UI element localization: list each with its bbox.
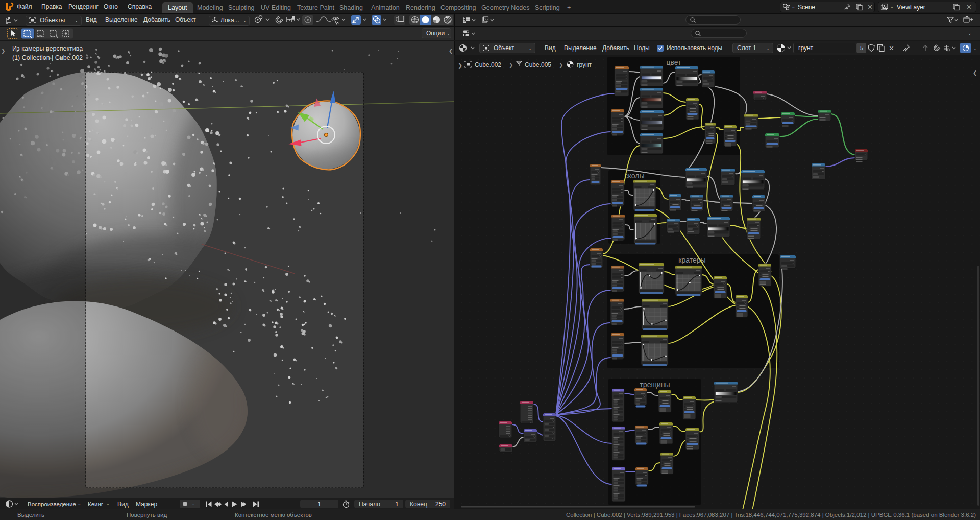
svg-text:❯: ❯ xyxy=(509,62,513,68)
svg-text:(1) Collection | Cube.002: (1) Collection | Cube.002 xyxy=(12,54,83,61)
svg-text:грунт: грунт xyxy=(577,61,592,68)
svg-text:трещины: трещины xyxy=(640,381,670,389)
svg-text:❯: ❯ xyxy=(1,48,5,54)
svg-text:❮: ❮ xyxy=(973,70,977,76)
svg-text:Cube.005: Cube.005 xyxy=(525,61,551,68)
svg-text:Из камеры перспектива: Из камеры перспектива xyxy=(12,45,83,52)
svg-text:сколы: сколы xyxy=(625,172,645,180)
svg-text:❯: ❯ xyxy=(559,62,563,68)
svg-text:❯: ❯ xyxy=(458,62,462,69)
svg-text:❮: ❮ xyxy=(449,48,453,54)
svg-text:Cube.002: Cube.002 xyxy=(475,61,501,68)
svg-text:цвет: цвет xyxy=(666,58,681,66)
